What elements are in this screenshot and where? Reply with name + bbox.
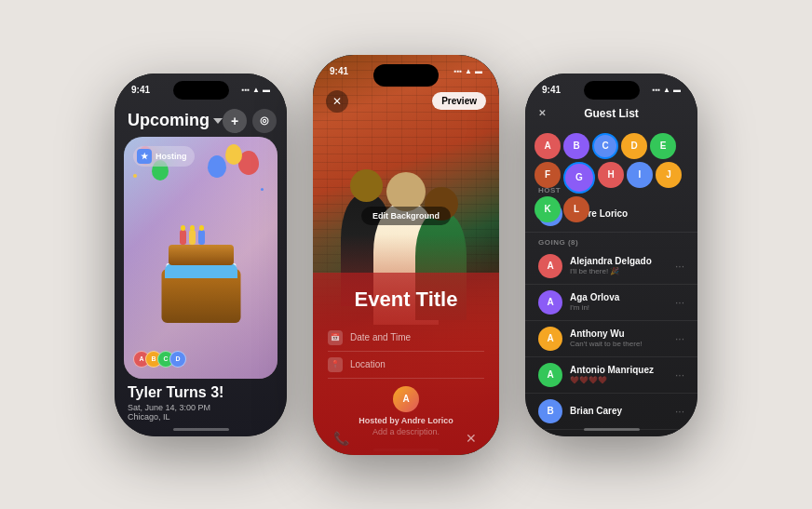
- phone-icon[interactable]: 📞: [332, 429, 350, 448]
- cake-frosting-2: [165, 263, 237, 278]
- guest-info-0: Alejandra Delgado I'll be there! 🎉: [570, 256, 668, 275]
- candle-3: [198, 230, 205, 245]
- guest-status-3: ❤️❤️❤️❤️: [570, 376, 668, 384]
- guest-item-4[interactable]: B Brian Carey ···: [525, 394, 697, 430]
- calendar-icon: 📅: [328, 330, 343, 345]
- flame-3: [199, 225, 204, 231]
- hosting-label: Hosting: [156, 152, 187, 161]
- flame-1: [181, 225, 185, 231]
- status-icons-2: ▪▪▪ ▲ ▬: [454, 67, 482, 75]
- dynamic-island-3: [584, 81, 640, 100]
- signal-icon-3: ▪▪▪: [653, 86, 661, 94]
- event-title: Tyler Turns 3!: [128, 384, 274, 401]
- guest-status-0: I'll be there! 🎉: [570, 267, 668, 275]
- wifi-icon-3: ▲: [663, 86, 670, 94]
- phones-container: 9:41 ▪▪▪ ▲ ▬ Upcoming + ◎: [87, 0, 725, 509]
- guest-more-2[interactable]: ···: [675, 332, 684, 345]
- av-bubble-3[interactable]: C: [592, 133, 618, 159]
- phone-3: 9:41 ▪▪▪ ▲ ▬ ✕ Guest List A B C D E F: [525, 74, 697, 436]
- birthday-card[interactable]: ★ Hosting: [124, 137, 277, 379]
- balloon-blue: [208, 155, 226, 178]
- home-indicator-3: [584, 428, 640, 431]
- add-event-button[interactable]: +: [223, 109, 247, 133]
- av-bubble-4[interactable]: D: [621, 133, 647, 159]
- av-bubble-9[interactable]: I: [627, 162, 653, 188]
- guest-item-2[interactable]: A Anthony Wu Can't wait to be there! ···: [525, 321, 697, 357]
- guest-status-1: I'm in!: [570, 303, 668, 312]
- av-bubble-2[interactable]: B: [563, 133, 589, 159]
- av-bubble-10[interactable]: J: [656, 162, 682, 188]
- battery-icon: ▬: [263, 86, 270, 94]
- av-4: D: [169, 351, 186, 368]
- flame-2: [190, 225, 195, 231]
- dynamic-island-1: [173, 81, 229, 100]
- phone2-screen: 9:41 ▪▪▪ ▲ ▬ ✕ Preview Edit Background E…: [313, 55, 499, 455]
- guest-item-0[interactable]: A Alejandra Delgado I'll be there! 🎉 ···: [525, 248, 697, 285]
- av-bubble-5[interactable]: E: [650, 133, 676, 159]
- balloon-yellow: [225, 144, 242, 165]
- av-bubble-6[interactable]: F: [535, 162, 561, 188]
- host-name: Hosted by Andre Lorico: [359, 416, 453, 425]
- guest-avatar-4: B: [538, 399, 562, 423]
- guest-status-2: Can't wait to be there!: [570, 340, 668, 348]
- candle-1: [180, 230, 186, 245]
- preview-button[interactable]: Preview: [432, 92, 486, 110]
- guest-list-title: Guest List: [584, 107, 639, 120]
- av-bubble-8[interactable]: H: [598, 162, 624, 188]
- phone1-screen: 9:41 ▪▪▪ ▲ ▬ Upcoming + ◎: [115, 74, 287, 436]
- phone1-title-group[interactable]: Upcoming: [128, 111, 223, 130]
- signal-icon: ▪▪▪: [242, 86, 250, 94]
- edit-background-button[interactable]: Edit Background: [361, 207, 451, 225]
- guest-avatar-3: A: [538, 363, 562, 387]
- cake-area: [159, 239, 243, 323]
- phone1-header: Upcoming + ◎: [115, 109, 287, 133]
- person1-head: [350, 169, 383, 202]
- signal-icon-2: ▪▪▪: [454, 67, 463, 75]
- search-button[interactable]: ◎: [252, 109, 277, 133]
- close-button-3[interactable]: ✕: [538, 108, 546, 118]
- hosting-badge: ★ Hosting: [133, 146, 195, 167]
- av-bubble-12[interactable]: L: [563, 196, 589, 222]
- chevron-down-icon: [213, 118, 223, 124]
- date-time-label: Date and Time: [350, 332, 411, 342]
- av-bubble-11[interactable]: K: [535, 196, 561, 222]
- birthday-bg: ★ Hosting: [124, 137, 277, 379]
- phone-1: 9:41 ▪▪▪ ▲ ▬ Upcoming + ◎: [115, 74, 287, 436]
- confetti: [133, 174, 137, 178]
- event-title-field[interactable]: Event Title: [328, 288, 484, 312]
- location-icon: 📍: [328, 357, 343, 372]
- status-icons-3: ▪▪▪ ▲ ▬: [653, 86, 681, 94]
- candle-2: [189, 230, 196, 245]
- battery-icon-2: ▬: [475, 67, 482, 75]
- person2-head: [386, 172, 426, 211]
- dynamic-island-2: [373, 64, 439, 87]
- home-indicator-1: [173, 428, 229, 431]
- guest-item-1[interactable]: A Aga Orlova I'm in! ···: [525, 285, 697, 321]
- guest-name-4: Brian Carey: [570, 406, 668, 416]
- guest-item-3[interactable]: A Antonio Manriquez ❤️❤️❤️❤️ ···: [525, 357, 697, 394]
- location-field[interactable]: 📍 Location: [328, 352, 484, 379]
- wifi-icon-2: ▲: [465, 67, 472, 75]
- close-button-2[interactable]: ✕: [326, 90, 348, 113]
- date-time-field[interactable]: 📅 Date and Time: [328, 325, 484, 352]
- guest-more-3[interactable]: ···: [675, 368, 684, 382]
- host-field: A Hosted by Andre Lorico Add a descripti…: [328, 379, 484, 436]
- phone2-header: ✕ Preview: [326, 90, 486, 113]
- star-icon: ★: [137, 149, 152, 164]
- guest-more-1[interactable]: ···: [675, 296, 684, 309]
- av-bubble-7[interactable]: G: [563, 162, 595, 194]
- guest-name-0: Alejandra Delgado: [570, 256, 668, 266]
- phone3-header: ✕ Guest List: [525, 107, 697, 120]
- close-icon-bottom[interactable]: ✕: [462, 429, 480, 448]
- guest-info-1: Aga Orlova I'm in!: [570, 292, 668, 312]
- guest-item-5[interactable]: E Elton Lin Noted. ···: [525, 430, 697, 436]
- guest-more-0[interactable]: ···: [675, 260, 684, 273]
- location-label: Location: [350, 359, 386, 369]
- guest-name-3: Antonio Manriquez: [570, 365, 668, 375]
- phone-2: 9:41 ▪▪▪ ▲ ▬ ✕ Preview Edit Background E…: [313, 55, 499, 455]
- av-bubble-1[interactable]: A: [535, 133, 561, 159]
- guest-avatar-1: A: [538, 290, 562, 315]
- cake-top-layer: [169, 245, 234, 265]
- phone1-actions: + ◎: [223, 109, 277, 133]
- guest-more-4[interactable]: ···: [675, 405, 684, 418]
